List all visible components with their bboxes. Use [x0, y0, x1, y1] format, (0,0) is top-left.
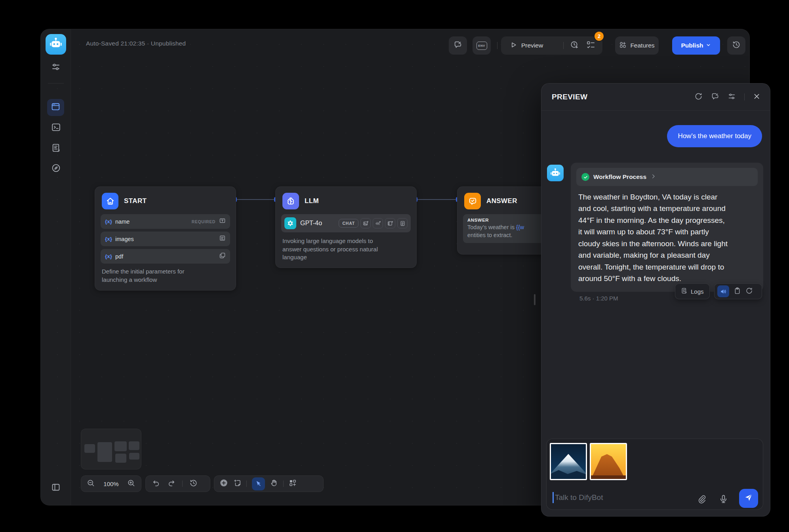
- collapse-icon: [51, 483, 61, 494]
- preview-title: PREVIEW: [552, 93, 587, 101]
- edge-start-llm[interactable]: [236, 199, 275, 200]
- autosave-status: Auto-Saved 21:02:35 · Unpublished: [86, 40, 186, 47]
- files-icon: [219, 252, 226, 260]
- chat-input-area: [546, 439, 763, 510]
- group-divider: [563, 42, 564, 49]
- bot-message-text: The weather in Boydton, VA today is clea…: [578, 191, 756, 285]
- message-actions: [714, 283, 762, 299]
- sidebar-item-tune[interactable]: [51, 63, 61, 73]
- logs-icon: [681, 287, 688, 295]
- version-history-button[interactable]: [727, 36, 745, 55]
- sidebar-item-api[interactable]: [51, 123, 61, 133]
- list-field-icon: [219, 235, 226, 243]
- workflow-icon: [51, 102, 61, 113]
- checklist-badge: 2: [595, 32, 604, 41]
- edge-llm-answer[interactable]: [417, 199, 457, 200]
- features-icon: [619, 41, 627, 50]
- hand-mode-button[interactable]: [270, 479, 278, 488]
- bot-avatar: [547, 165, 564, 181]
- logs-icon: [51, 143, 61, 154]
- checklist-button[interactable]: [586, 40, 595, 51]
- restart-conversation-button[interactable]: [694, 92, 703, 102]
- sidebar-item-monitoring[interactable]: [51, 163, 61, 174]
- bot-message-card: Workflow Process The weather in Boydton,…: [571, 163, 763, 292]
- logs-button[interactable]: Logs: [675, 283, 710, 299]
- video-capability-icon[interactable]: [385, 218, 395, 228]
- speaker-button[interactable]: [717, 285, 729, 297]
- node-llm[interactable]: LLM GPT-4o CHAT Invoking large language …: [275, 186, 417, 268]
- minimap[interactable]: [81, 429, 141, 469]
- message-meta: 5.6s · 1:20 PM: [579, 295, 618, 302]
- mode-badge: CHAT: [339, 219, 358, 228]
- features-label: Features: [630, 42, 654, 49]
- start-var-pdf[interactable]: {x} pdf: [101, 249, 230, 264]
- header-divider: [744, 93, 745, 101]
- vision-capability-icon[interactable]: [360, 218, 371, 228]
- chat-input[interactable]: [555, 490, 686, 505]
- node-start-title: START: [124, 197, 147, 205]
- start-var-name[interactable]: {x} name REQUIRED: [101, 214, 230, 229]
- send-button[interactable]: [739, 489, 758, 508]
- node-start[interactable]: START {x} name REQUIRED {x} images {x} p…: [95, 186, 236, 291]
- model-name: GPT-4o: [300, 220, 322, 227]
- settings-button[interactable]: [728, 92, 736, 102]
- sidebar: [41, 29, 71, 505]
- node-llm-title: LLM: [305, 197, 319, 205]
- change-history-button[interactable]: [189, 479, 198, 489]
- regenerate-button[interactable]: [745, 287, 753, 296]
- chevron-down-icon: [706, 42, 711, 49]
- add-note-button[interactable]: [233, 479, 241, 488]
- attachment-thumbnail-mountain[interactable]: [550, 443, 587, 480]
- attachment-thumbnail-dune[interactable]: [590, 443, 627, 480]
- play-icon: [510, 41, 517, 50]
- undo-button[interactable]: [152, 479, 160, 489]
- audio-capability-icon[interactable]: [373, 218, 383, 228]
- home-icon: [102, 193, 118, 209]
- close-panel-button[interactable]: [753, 93, 760, 102]
- monitor-icon: [51, 163, 61, 175]
- run-history-button[interactable]: [570, 40, 579, 51]
- robot-icon: [48, 36, 64, 53]
- success-check-icon: [581, 173, 589, 181]
- sidebar-item-logs[interactable]: [51, 143, 61, 154]
- model-selector[interactable]: GPT-4o CHAT: [281, 214, 411, 232]
- user-message-bubble: How's the weather today: [667, 125, 762, 147]
- add-node-button[interactable]: [219, 479, 228, 489]
- annotation-button[interactable]: [449, 36, 467, 55]
- zoom-out-button[interactable]: [87, 479, 95, 489]
- features-button[interactable]: Features: [615, 36, 659, 55]
- publish-button[interactable]: Publish: [672, 36, 720, 55]
- annotation-button[interactable]: [711, 92, 719, 102]
- zoom-level[interactable]: 100%: [103, 481, 118, 487]
- workflow-process-toggle[interactable]: Workflow Process: [576, 168, 758, 186]
- node-start-description: Define the initial parameters for launch…: [102, 268, 229, 284]
- node-start-header: START: [95, 187, 236, 214]
- env-button[interactable]: ENV: [473, 36, 491, 55]
- sidebar-item-orchestrate[interactable]: [47, 99, 64, 116]
- env-icon: ENV: [476, 42, 487, 50]
- attach-button[interactable]: [697, 494, 706, 504]
- tune-icon: [51, 62, 61, 73]
- preview-button[interactable]: Preview: [521, 42, 543, 49]
- variable-icon: {x}: [105, 253, 112, 259]
- mic-button[interactable]: [718, 494, 728, 504]
- text-input-icon: [219, 217, 226, 226]
- pointer-mode-button[interactable]: [252, 477, 265, 490]
- zoom-in-button[interactable]: [127, 479, 135, 489]
- annotation-icon: [454, 40, 462, 51]
- start-var-images[interactable]: {x} images: [101, 232, 230, 246]
- terminal-icon: [51, 122, 61, 134]
- required-tag: REQUIRED: [192, 219, 215, 224]
- text-caret: [553, 492, 554, 503]
- copy-button[interactable]: [734, 287, 741, 296]
- zoom-controls: 100%: [81, 475, 141, 492]
- variable-icon: {x}: [105, 236, 112, 242]
- collapse-sidebar-button[interactable]: [51, 483, 61, 493]
- tool-controls: [214, 475, 324, 492]
- redo-button[interactable]: [167, 479, 175, 489]
- document-capability-icon[interactable]: [397, 218, 408, 228]
- app-logo[interactable]: [46, 34, 66, 55]
- organize-nodes-button[interactable]: [289, 479, 297, 488]
- variable-icon: {x}: [105, 218, 112, 224]
- canvas-scrollbar[interactable]: [534, 294, 536, 305]
